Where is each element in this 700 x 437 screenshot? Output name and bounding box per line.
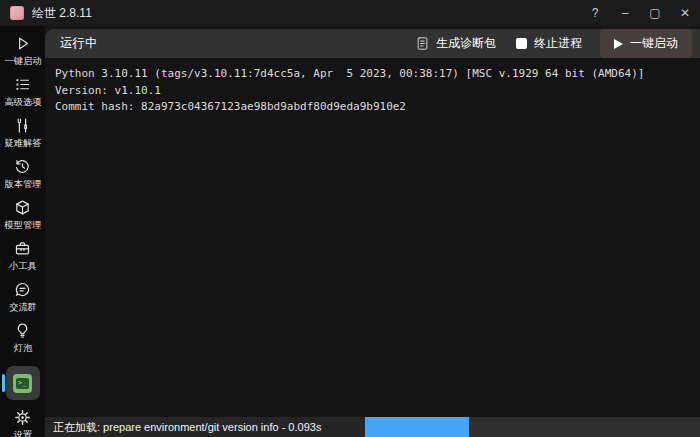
play-solid-icon xyxy=(614,39,623,49)
stop-icon xyxy=(516,38,527,49)
sidebar-item-label: 版本管理 xyxy=(4,178,41,191)
status-bar: 正在加载: prepare environment/git version in… xyxy=(45,417,700,437)
sidebar-item-label: 设置 xyxy=(13,429,31,437)
sidebar-item-label: 交流群 xyxy=(9,301,37,314)
help-button[interactable]: ? xyxy=(580,0,610,26)
console-line: Version: v1.10.1 xyxy=(55,83,690,100)
sidebar-item-label: 高级选项 xyxy=(4,96,41,109)
sidebar-item-sponsor[interactable]: 灯泡 xyxy=(13,321,33,355)
active-indicator xyxy=(2,374,5,392)
sidebar-item-label: 小工具 xyxy=(9,260,37,273)
progress-fill xyxy=(365,417,469,437)
sidebar-item-advanced-options[interactable]: 高级选项 xyxy=(3,75,43,109)
sidebar-item-settings[interactable]: 设置 xyxy=(13,408,33,437)
window-title: 绘世 2.8.11 xyxy=(32,5,92,22)
sidebar-item-tools[interactable]: 小工具 xyxy=(8,239,38,273)
launch-button-label: 一键启动 xyxy=(630,35,678,52)
sidebar-item-version-manage[interactable]: 版本管理 xyxy=(3,157,43,191)
document-icon xyxy=(416,36,429,51)
terminate-process-label: 终止进程 xyxy=(534,35,582,52)
diagnostic-package-button[interactable]: 生成诊断包 xyxy=(406,30,506,57)
console-output[interactable]: Python 3.10.11 (tags/v3.10.11:7d4cc5a, A… xyxy=(45,58,700,417)
sidebar-item-model-manage[interactable]: 模型管理 xyxy=(3,198,43,232)
sidebar-item-console-wrap: >_ xyxy=(0,366,45,400)
package-icon xyxy=(14,198,32,216)
console-line: Commit hash: 82a973c04367123ae98bd9abdf8… xyxy=(55,99,690,116)
terminate-process-button[interactable]: 终止进程 xyxy=(506,30,592,57)
tools-icon xyxy=(14,116,32,134)
toolbox-icon xyxy=(14,239,32,257)
title-bar: 绘世 2.8.11 ? – ▢ ✕ xyxy=(0,0,700,26)
launch-button[interactable]: 一键启动 xyxy=(600,29,692,58)
minimize-button[interactable]: – xyxy=(610,0,640,26)
running-status-label: 运行中 xyxy=(60,35,98,52)
window-controls: ? – ▢ ✕ xyxy=(580,0,700,26)
terminal-prompt-glyph: >_ xyxy=(16,378,29,389)
sidebar: 一键启动 高级选项 疑难解答 xyxy=(0,26,45,437)
chat-icon xyxy=(14,280,32,298)
sidebar-item-console[interactable]: >_ xyxy=(6,366,40,400)
sidebar-item-label: 一键启动 xyxy=(4,55,41,68)
toolbar: 运行中 生成诊断包 终止进程 一键启 xyxy=(45,29,700,58)
list-icon xyxy=(14,75,32,93)
bulb-icon xyxy=(14,321,32,339)
play-icon xyxy=(14,34,32,52)
console-line: Python 3.10.11 (tags/v3.10.11:7d4cc5a, A… xyxy=(55,66,690,83)
app-icon xyxy=(10,6,24,20)
gear-icon xyxy=(14,408,32,426)
progress-bar xyxy=(365,417,700,437)
sidebar-item-troubleshoot[interactable]: 疑难解答 xyxy=(3,116,43,150)
toolbar-actions: 生成诊断包 终止进程 一键启动 xyxy=(406,29,692,58)
maximize-button[interactable]: ▢ xyxy=(640,0,670,26)
sidebar-item-label: 模型管理 xyxy=(4,219,41,232)
sidebar-item-launch[interactable]: 一键启动 xyxy=(3,34,43,68)
diagnostic-package-label: 生成诊断包 xyxy=(436,35,496,52)
sidebar-item-community[interactable]: 交流群 xyxy=(8,280,38,314)
loading-status-text: 正在加载: prepare environment/git version in… xyxy=(45,420,321,435)
sidebar-item-label: 灯泡 xyxy=(13,342,31,355)
main-area: 运行中 生成诊断包 终止进程 一键启 xyxy=(45,26,700,437)
history-icon xyxy=(14,157,32,175)
sidebar-item-label: 疑难解答 xyxy=(4,137,41,150)
terminal-icon: >_ xyxy=(13,374,32,393)
close-button[interactable]: ✕ xyxy=(670,0,700,26)
